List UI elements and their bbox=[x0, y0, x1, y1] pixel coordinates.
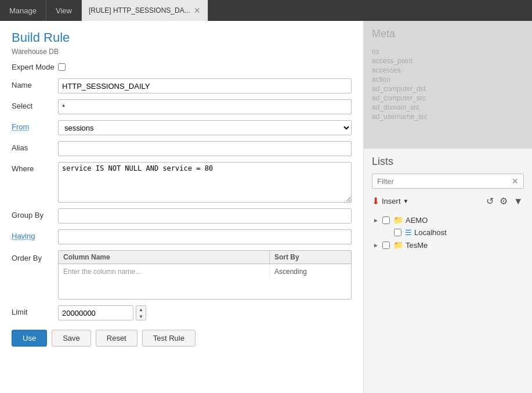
list-item: ad_computer_src bbox=[372, 93, 524, 103]
from-label[interactable]: From bbox=[12, 120, 58, 131]
tab-bar: Manage View [RULE] HTTP_SESSIONS_DA... ✕ bbox=[0, 0, 532, 21]
order-table-body: Enter the column name... Ascending bbox=[59, 264, 351, 299]
chevron-right-icon: ► bbox=[373, 242, 380, 248]
folder-icon: 📁 bbox=[393, 215, 403, 225]
order-col-name-header: Column Name bbox=[59, 251, 270, 264]
use-button[interactable]: Use bbox=[12, 330, 47, 347]
button-row: Use Save Reset Test Rule bbox=[12, 330, 352, 347]
right-panel: Meta os access_point accesses action ad_… bbox=[364, 21, 532, 393]
order-col-sort-header: Sort By bbox=[270, 251, 351, 264]
close-icon[interactable]: ✕ bbox=[194, 6, 201, 15]
reset-button[interactable]: Reset bbox=[96, 330, 137, 347]
tree-item-aemo[interactable]: ► 📁 AEMO bbox=[372, 214, 524, 226]
where-input[interactable]: service IS NOT NULL AND service = 80 bbox=[58, 162, 352, 203]
group-by-label: Group By bbox=[12, 208, 58, 219]
order-by-row: Order By Column Name Sort By Enter the c… bbox=[12, 250, 352, 300]
having-label[interactable]: Having bbox=[12, 229, 58, 240]
list-item: ad_computer_dst bbox=[372, 84, 524, 93]
expert-mode-checkbox[interactable] bbox=[58, 63, 66, 71]
order-by-label: Order By bbox=[12, 250, 58, 262]
spinner-up-button[interactable]: ▲ bbox=[136, 306, 146, 313]
lists-section: Lists ✕ ⬇ Insert ▼ ↺ ⚙ ▼ bbox=[364, 149, 532, 393]
where-label: Where bbox=[12, 162, 58, 173]
expert-mode-row: Expert Mode bbox=[12, 63, 352, 71]
meta-section: Meta os access_point accesses action ad_… bbox=[364, 21, 532, 149]
order-by-table: Column Name Sort By Enter the column nam… bbox=[58, 250, 352, 300]
order-sort-value: Ascending bbox=[270, 265, 351, 278]
where-row: Where service IS NOT NULL AND service = … bbox=[12, 162, 352, 203]
insert-icon: ⬇ bbox=[372, 196, 379, 207]
list-item: access_point bbox=[372, 56, 524, 66]
toolbar-right: ↺ ⚙ ▼ bbox=[485, 194, 524, 208]
having-row: Having bbox=[12, 229, 352, 244]
tree-sub-aemo: ☰ Localhost bbox=[372, 226, 524, 239]
save-button[interactable]: Save bbox=[52, 330, 91, 347]
tab-view[interactable]: View bbox=[46, 0, 82, 21]
alias-row: Alias bbox=[12, 141, 352, 156]
localhost-checkbox[interactable] bbox=[394, 229, 401, 236]
list-item: os bbox=[372, 47, 524, 56]
aemo-checkbox[interactable] bbox=[382, 217, 390, 224]
left-panel: Build Rule Warehouse DB Expert Mode Name… bbox=[0, 21, 364, 393]
tab-rule[interactable]: [RULE] HTTP_SESSIONS_DA... ✕ bbox=[82, 0, 208, 21]
table-row: Enter the column name... Ascending bbox=[59, 264, 351, 279]
tree: ► 📁 AEMO ☰ Localhost ► bbox=[372, 214, 524, 251]
limit-input-wrap: ▲ ▼ bbox=[58, 305, 146, 320]
name-input[interactable] bbox=[58, 78, 352, 93]
expand-icon[interactable]: ▼ bbox=[512, 195, 524, 208]
main-layout: Build Rule Warehouse DB Expert Mode Name… bbox=[0, 21, 532, 393]
limit-row: Limit ▲ ▼ bbox=[12, 305, 352, 320]
group-by-row: Group By bbox=[12, 208, 352, 223]
folder-icon: 📁 bbox=[393, 240, 403, 250]
order-table-header: Column Name Sort By bbox=[59, 251, 351, 264]
limit-label: Limit bbox=[12, 305, 58, 316]
from-row: From sessions events logs users bbox=[12, 120, 352, 135]
expert-mode-label: Expert Mode bbox=[12, 63, 55, 71]
name-label: Name bbox=[12, 78, 58, 89]
limit-spinner: ▲ ▼ bbox=[136, 305, 146, 320]
list-icon: ☰ bbox=[405, 228, 412, 237]
filter-row: ✕ bbox=[372, 174, 524, 189]
lists-toolbar: ⬇ Insert ▼ ↺ ⚙ ▼ bbox=[372, 194, 524, 208]
select-label: Select bbox=[12, 99, 58, 110]
filter-clear-icon[interactable]: ✕ bbox=[507, 176, 523, 186]
gear-icon[interactable]: ⚙ bbox=[498, 194, 509, 208]
chevron-right-icon: ► bbox=[373, 217, 380, 223]
tesme-checkbox[interactable] bbox=[382, 241, 390, 249]
order-col-placeholder[interactable]: Enter the column name... bbox=[59, 265, 270, 278]
spinner-down-button[interactable]: ▼ bbox=[136, 313, 146, 320]
insert-button[interactable]: ⬇ Insert ▼ bbox=[372, 196, 408, 207]
alias-input[interactable] bbox=[58, 141, 352, 156]
name-row: Name bbox=[12, 78, 352, 93]
tree-label-aemo: AEMO bbox=[406, 216, 428, 225]
meta-title: Meta bbox=[372, 28, 524, 40]
list-item: accesses bbox=[372, 66, 524, 75]
page-title: Build Rule bbox=[12, 30, 352, 45]
list-item: ad_domain_src bbox=[372, 103, 524, 112]
select-row: Select bbox=[12, 99, 352, 114]
refresh-icon[interactable]: ↺ bbox=[485, 194, 495, 208]
limit-input[interactable] bbox=[58, 305, 133, 320]
tree-item-tesme[interactable]: ► 📁 TesMe bbox=[372, 239, 524, 251]
having-input[interactable] bbox=[58, 229, 352, 244]
filter-input[interactable] bbox=[372, 175, 507, 188]
select-input[interactable] bbox=[58, 99, 352, 114]
lists-title: Lists bbox=[372, 156, 524, 168]
group-by-input[interactable] bbox=[58, 208, 352, 223]
meta-list: os access_point accesses action ad_compu… bbox=[372, 47, 524, 121]
insert-dropdown-icon: ▼ bbox=[403, 198, 409, 204]
tab-manage[interactable]: Manage bbox=[0, 0, 46, 21]
test-rule-button[interactable]: Test Rule bbox=[142, 330, 196, 347]
list-item: ad_username_src bbox=[372, 112, 524, 121]
subtitle: Warehouse DB bbox=[12, 48, 352, 56]
tree-label-localhost: Localhost bbox=[414, 228, 447, 237]
tree-label-tesme: TesMe bbox=[406, 241, 428, 250]
list-item: action bbox=[372, 75, 524, 84]
from-select[interactable]: sessions events logs users bbox=[58, 120, 352, 135]
tree-item-localhost[interactable]: ☰ Localhost bbox=[383, 226, 524, 239]
alias-label: Alias bbox=[12, 141, 58, 152]
